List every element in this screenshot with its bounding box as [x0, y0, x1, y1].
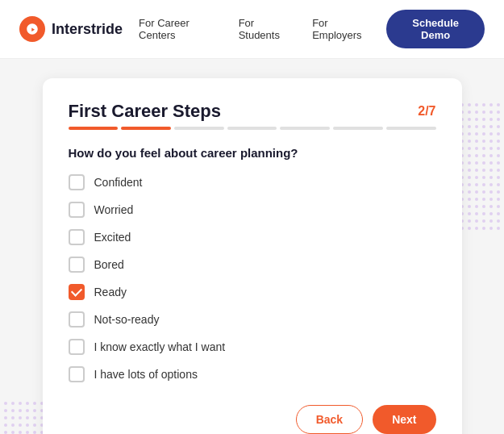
- option-label-bored: Bored: [94, 258, 124, 271]
- back-button[interactable]: Back: [296, 405, 363, 434]
- page-wrapper: Interstride For Career Centers For Stude…: [0, 0, 504, 434]
- next-button[interactable]: Next: [373, 405, 435, 434]
- schedule-demo-button[interactable]: Schedule Demo: [386, 10, 485, 48]
- checkbox-excited[interactable]: [69, 229, 85, 245]
- progress-segment-4: [227, 127, 277, 130]
- checkbox-worried[interactable]: [69, 202, 85, 218]
- option-not-so-ready[interactable]: Not-so-ready: [69, 311, 436, 328]
- checkbox-ready[interactable]: [69, 284, 85, 300]
- checkbox-bored[interactable]: [69, 257, 85, 273]
- progress-segment-5: [280, 127, 330, 130]
- option-ready[interactable]: Ready: [69, 284, 436, 300]
- option-excited[interactable]: Excited: [69, 229, 436, 245]
- logo-text: Interstride: [52, 21, 123, 38]
- option-worried[interactable]: Worried: [69, 202, 436, 218]
- option-lots-of-options[interactable]: I have lots of options: [69, 366, 436, 382]
- card-title: First Career Steps: [69, 101, 222, 122]
- progress-segment-6: [333, 127, 383, 130]
- checkbox-not-so-ready[interactable]: [69, 311, 85, 328]
- option-label-ready: Ready: [94, 286, 127, 298]
- button-row: Back Next: [69, 405, 436, 434]
- nav-link-career-centers[interactable]: For Career Centers: [139, 17, 216, 41]
- navbar: Interstride For Career Centers For Stude…: [0, 0, 504, 59]
- option-label-know-exactly: I know exactly what I want: [94, 340, 226, 353]
- card-header: First Career Steps 2/7: [69, 101, 436, 122]
- option-label-worried: Worried: [94, 203, 134, 216]
- progress-bar: [69, 127, 436, 130]
- progress-segment-2: [121, 127, 171, 130]
- logo-area: Interstride: [19, 16, 123, 42]
- option-label-excited: Excited: [94, 231, 131, 244]
- checkbox-confident[interactable]: [69, 174, 85, 190]
- nav-links: For Career Centers For Students For Empl…: [139, 17, 370, 41]
- question-text: How do you feel about career planning?: [69, 146, 436, 160]
- progress-segment-3: [174, 127, 224, 130]
- checkbox-lots-of-options[interactable]: [69, 366, 85, 382]
- logo-icon: [19, 16, 45, 42]
- option-confident[interactable]: Confident: [69, 174, 436, 190]
- option-bored[interactable]: Bored: [69, 257, 436, 273]
- nav-link-students[interactable]: For Students: [239, 17, 290, 41]
- progress-segment-1: [69, 127, 119, 130]
- survey-card: First Career Steps 2/7 How do you feel a…: [43, 78, 462, 434]
- option-label-lots-of-options: I have lots of options: [94, 368, 198, 381]
- options-list: Confident Worried Excited Bored Ready: [69, 174, 436, 382]
- option-label-not-so-ready: Not-so-ready: [94, 313, 160, 326]
- checkbox-know-exactly[interactable]: [69, 339, 85, 355]
- nav-link-employers[interactable]: For Employers: [312, 17, 370, 41]
- main-area: (function() { const container = document…: [0, 59, 504, 434]
- option-label-confident: Confident: [94, 176, 143, 189]
- option-know-exactly[interactable]: I know exactly what I want: [69, 339, 436, 355]
- progress-indicator: 2/7: [418, 104, 435, 119]
- progress-segment-7: [386, 127, 436, 130]
